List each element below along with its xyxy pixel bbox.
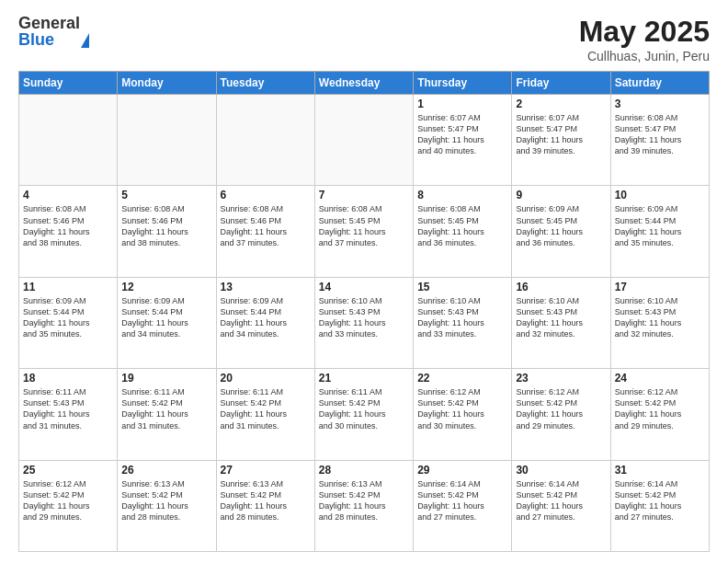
logo: General Blue <box>18 15 89 48</box>
day-cell: 9Sunrise: 6:09 AMSunset: 5:45 PMDaylight… <box>512 186 610 277</box>
day-cell: 25Sunrise: 6:12 AMSunset: 5:42 PMDayligh… <box>19 460 118 551</box>
day-cell: 28Sunrise: 6:13 AMSunset: 5:42 PMDayligh… <box>314 460 413 551</box>
day-info: Sunrise: 6:09 AMSunset: 5:45 PMDaylight:… <box>516 203 606 248</box>
day-info: Sunrise: 6:07 AMSunset: 5:47 PMDaylight:… <box>516 112 606 157</box>
day-number: 5 <box>121 189 211 201</box>
day-info: Sunrise: 6:12 AMSunset: 5:42 PMDaylight:… <box>23 478 113 523</box>
day-cell: 3Sunrise: 6:08 AMSunset: 5:47 PMDaylight… <box>610 95 709 186</box>
day-info: Sunrise: 6:08 AMSunset: 5:46 PMDaylight:… <box>221 203 311 248</box>
day-info: Sunrise: 6:08 AMSunset: 5:47 PMDaylight:… <box>615 112 705 157</box>
logo-general: General <box>18 15 80 31</box>
day-cell: 10Sunrise: 6:09 AMSunset: 5:44 PMDayligh… <box>610 186 709 277</box>
day-number: 14 <box>319 281 409 293</box>
day-number: 26 <box>121 464 211 477</box>
day-number: 28 <box>319 464 409 477</box>
day-cell <box>314 95 413 186</box>
day-cell: 5Sunrise: 6:08 AMSunset: 5:46 PMDaylight… <box>118 186 216 277</box>
day-info: Sunrise: 6:14 AMSunset: 5:42 PMDaylight:… <box>615 478 705 523</box>
day-info: Sunrise: 6:10 AMSunset: 5:43 PMDaylight:… <box>516 295 606 340</box>
day-info: Sunrise: 6:10 AMSunset: 5:43 PMDaylight:… <box>615 295 705 340</box>
day-info: Sunrise: 6:08 AMSunset: 5:45 PMDaylight:… <box>417 203 507 248</box>
day-number: 6 <box>221 189 311 201</box>
day-cell: 31Sunrise: 6:14 AMSunset: 5:42 PMDayligh… <box>610 460 709 551</box>
week-row-1: 1Sunrise: 6:07 AMSunset: 5:47 PMDaylight… <box>19 95 710 186</box>
day-cell: 27Sunrise: 6:13 AMSunset: 5:42 PMDayligh… <box>216 460 314 551</box>
day-cell: 6Sunrise: 6:08 AMSunset: 5:46 PMDaylight… <box>216 186 314 277</box>
logo-text: General Blue <box>18 15 80 48</box>
day-cell: 1Sunrise: 6:07 AMSunset: 5:47 PMDaylight… <box>414 95 512 186</box>
day-info: Sunrise: 6:11 AMSunset: 5:43 PMDaylight:… <box>23 386 113 431</box>
day-cell: 8Sunrise: 6:08 AMSunset: 5:45 PMDaylight… <box>414 186 512 277</box>
col-monday: Monday <box>118 72 216 95</box>
day-number: 2 <box>516 98 606 110</box>
day-info: Sunrise: 6:12 AMSunset: 5:42 PMDaylight:… <box>417 386 507 431</box>
day-info: Sunrise: 6:13 AMSunset: 5:42 PMDaylight:… <box>319 478 409 523</box>
day-number: 19 <box>121 372 211 385</box>
day-info: Sunrise: 6:10 AMSunset: 5:43 PMDaylight:… <box>417 295 507 340</box>
day-info: Sunrise: 6:14 AMSunset: 5:42 PMDaylight:… <box>516 478 606 523</box>
calendar-header-row: Sunday Monday Tuesday Wednesday Thursday… <box>19 72 710 95</box>
day-cell: 30Sunrise: 6:14 AMSunset: 5:42 PMDayligh… <box>512 460 610 551</box>
day-number: 16 <box>516 281 606 293</box>
col-sunday: Sunday <box>19 72 118 95</box>
week-row-2: 4Sunrise: 6:08 AMSunset: 5:46 PMDaylight… <box>19 186 710 277</box>
day-cell: 26Sunrise: 6:13 AMSunset: 5:42 PMDayligh… <box>118 460 216 551</box>
day-number: 27 <box>221 464 311 477</box>
day-number: 12 <box>121 281 211 293</box>
day-info: Sunrise: 6:14 AMSunset: 5:42 PMDaylight:… <box>417 478 507 523</box>
week-row-3: 11Sunrise: 6:09 AMSunset: 5:44 PMDayligh… <box>19 277 710 368</box>
day-info: Sunrise: 6:11 AMSunset: 5:42 PMDaylight:… <box>319 386 409 431</box>
day-number: 24 <box>615 372 705 385</box>
day-cell <box>216 95 314 186</box>
day-number: 23 <box>516 372 606 385</box>
day-cell: 14Sunrise: 6:10 AMSunset: 5:43 PMDayligh… <box>314 277 413 368</box>
day-number: 30 <box>516 464 606 477</box>
day-number: 9 <box>516 189 606 201</box>
day-info: Sunrise: 6:13 AMSunset: 5:42 PMDaylight:… <box>121 478 211 523</box>
day-cell: 18Sunrise: 6:11 AMSunset: 5:43 PMDayligh… <box>19 369 118 460</box>
day-info: Sunrise: 6:12 AMSunset: 5:42 PMDaylight:… <box>615 386 705 431</box>
day-info: Sunrise: 6:09 AMSunset: 5:44 PMDaylight:… <box>615 203 705 248</box>
day-cell: 19Sunrise: 6:11 AMSunset: 5:42 PMDayligh… <box>118 369 216 460</box>
day-info: Sunrise: 6:12 AMSunset: 5:42 PMDaylight:… <box>516 386 606 431</box>
day-cell: 21Sunrise: 6:11 AMSunset: 5:42 PMDayligh… <box>314 369 413 460</box>
day-info: Sunrise: 6:08 AMSunset: 5:46 PMDaylight:… <box>23 203 113 248</box>
day-cell: 17Sunrise: 6:10 AMSunset: 5:43 PMDayligh… <box>610 277 709 368</box>
day-cell: 29Sunrise: 6:14 AMSunset: 5:42 PMDayligh… <box>414 460 512 551</box>
day-cell: 12Sunrise: 6:09 AMSunset: 5:44 PMDayligh… <box>118 277 216 368</box>
day-info: Sunrise: 6:11 AMSunset: 5:42 PMDaylight:… <box>221 386 311 431</box>
day-number: 18 <box>23 372 113 385</box>
day-number: 4 <box>23 189 113 201</box>
col-friday: Friday <box>512 72 610 95</box>
day-info: Sunrise: 6:09 AMSunset: 5:44 PMDaylight:… <box>23 295 113 340</box>
day-number: 20 <box>221 372 311 385</box>
day-cell: 11Sunrise: 6:09 AMSunset: 5:44 PMDayligh… <box>19 277 118 368</box>
day-cell: 4Sunrise: 6:08 AMSunset: 5:46 PMDaylight… <box>19 186 118 277</box>
day-cell: 20Sunrise: 6:11 AMSunset: 5:42 PMDayligh… <box>216 369 314 460</box>
day-cell: 2Sunrise: 6:07 AMSunset: 5:47 PMDaylight… <box>512 95 610 186</box>
week-row-5: 25Sunrise: 6:12 AMSunset: 5:42 PMDayligh… <box>19 460 710 551</box>
day-info: Sunrise: 6:07 AMSunset: 5:47 PMDaylight:… <box>417 112 507 157</box>
calendar: Sunday Monday Tuesday Wednesday Thursday… <box>18 71 710 552</box>
month-title: May 2025 <box>579 15 710 49</box>
day-cell: 24Sunrise: 6:12 AMSunset: 5:42 PMDayligh… <box>610 369 709 460</box>
day-cell <box>118 95 216 186</box>
col-saturday: Saturday <box>610 72 709 95</box>
day-number: 25 <box>23 464 113 477</box>
day-number: 11 <box>23 281 113 293</box>
day-cell: 7Sunrise: 6:08 AMSunset: 5:45 PMDaylight… <box>314 186 413 277</box>
day-info: Sunrise: 6:10 AMSunset: 5:43 PMDaylight:… <box>319 295 409 340</box>
week-row-4: 18Sunrise: 6:11 AMSunset: 5:43 PMDayligh… <box>19 369 710 460</box>
day-number: 29 <box>417 464 507 477</box>
page: General Blue May 2025 Cullhuas, Junin, P… <box>0 0 728 563</box>
col-thursday: Thursday <box>414 72 512 95</box>
logo-triangle-icon <box>81 33 89 48</box>
day-number: 10 <box>615 189 705 201</box>
day-number: 17 <box>615 281 705 293</box>
day-number: 22 <box>417 372 507 385</box>
day-cell <box>19 95 118 186</box>
day-info: Sunrise: 6:09 AMSunset: 5:44 PMDaylight:… <box>121 295 211 340</box>
day-number: 3 <box>615 98 705 110</box>
day-info: Sunrise: 6:11 AMSunset: 5:42 PMDaylight:… <box>121 386 211 431</box>
day-number: 7 <box>319 189 409 201</box>
